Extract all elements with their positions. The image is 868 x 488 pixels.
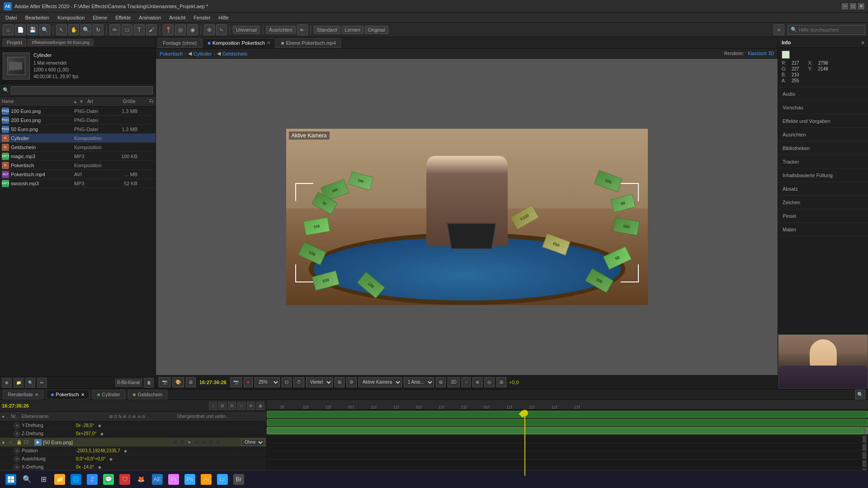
layer-solo[interactable]: ○ [9,440,16,445]
edge-btn[interactable]: 🌐 [69,472,83,487]
position-icon[interactable]: ◎ [14,448,20,454]
track-row-2[interactable] [267,418,868,426]
explorer-btn[interactable]: 📁 [52,472,67,487]
whatsapp-btn[interactable]: 💬 [101,472,116,487]
show-channel-btn[interactable]: 🎨 [172,377,184,387]
quality-select[interactable]: Viertel Halb Voll [306,377,333,387]
sort-asc-icon[interactable]: ▲ [73,99,77,104]
toggle-btn[interactable]: ⚙ [346,377,357,387]
menu-bearbeiten[interactable]: Bearbeiten [22,14,53,21]
zoom-select[interactable]: 25% 50% 100% [255,377,280,387]
overlay-btn[interactable]: ◎ [484,377,495,387]
pinsel-panel-item[interactable]: Pinsel [778,209,868,223]
keyframe-icon[interactable]: ◎ [14,422,20,429]
grid-btn[interactable]: ⊞ [186,377,196,387]
search-btn-footer[interactable]: 🔍 [25,378,35,388]
playhead-marker[interactable] [522,410,528,416]
minimize-button[interactable]: ─ [842,3,848,9]
viewport-time[interactable]: 16:27:36:26 [198,380,228,385]
menu-ebene[interactable]: Ebene [89,14,111,21]
keyframe-btn[interactable]: ◆ [122,447,129,455]
keyframe-btn[interactable]: ◆ [96,422,103,429]
file-item-geldschein[interactable]: K Geldschein Komposition [0,143,156,152]
composition-btn[interactable]: ⊕ [472,377,482,387]
track-row-y-drehung-sub[interactable] [267,460,868,468]
firefox-btn[interactable]: 🦊 [134,472,148,487]
edit-btn[interactable]: ✏ [37,378,47,388]
help-search-input[interactable] [799,27,862,33]
pokertisch-tl-close[interactable]: ✕ [81,392,85,397]
sw-3[interactable]: fx [186,439,193,446]
zoom-tool[interactable]: 🔍 [80,24,91,35]
keyframe-icon[interactable]: ◎ [14,431,20,437]
maximize-button[interactable]: □ [850,3,856,9]
menu-effekte[interactable]: Effekte [112,14,134,21]
prop-value[interactable]: 0x -14,0° [76,465,94,469]
align-panel-item[interactable]: Ausrichten [778,128,868,141]
bc-arrow-left2[interactable]: ◀ [217,51,221,56]
track-row-1[interactable] [267,410,868,418]
antivirus-btn[interactable]: 🛡 [118,472,132,487]
text-tool[interactable]: T [134,24,145,35]
start-btn[interactable] [4,472,18,487]
file-item-100euro[interactable]: PNG 100 Euro.png PNG-Datei 1,3 MB [0,107,156,116]
file-item-pokertisch[interactable]: K Pokertisch Komposition [0,161,156,170]
tl-icon-1[interactable]: ↕ [209,402,217,410]
prop-value[interactable]: 0,0°+0,0°+0,0° [76,456,105,461]
sw-4[interactable] [193,439,200,446]
track-row-ausrichtung[interactable] [267,443,868,451]
tab-ebene[interactable]: ■ Ebene Pokertisch.mp4 [276,38,341,48]
prop-position[interactable]: ◎ Position -2003,5,19248,2335,7 ◆ [0,447,266,455]
select-tool[interactable]: ↖ [56,24,67,35]
menu-hilfe[interactable]: Hilfe [215,14,232,21]
track-row-x-drehung[interactable] [267,451,868,460]
pokertisch-timeline-tab[interactable]: ■ Pokertisch ✕ [46,389,90,399]
blend-mode-select[interactable]: Ohne [241,439,264,446]
path-btn[interactable]: ⤷ [216,24,227,35]
dot-red[interactable]: ● [244,377,253,387]
prop-value[interactable]: -2003,5,19248,2335,7 [76,448,120,453]
stereo-btn[interactable]: ⊞ [436,377,446,387]
pen-tool[interactable]: ✏ [109,24,120,35]
pin-tool[interactable]: 📍 [163,24,174,35]
menu-fenster[interactable]: Fenster [190,14,214,21]
menu-animation[interactable]: Animation [135,14,165,21]
track-tool[interactable]: ◉ [187,24,198,35]
malen-panel-item[interactable]: Malen [778,223,868,236]
geldschein-tl-tab[interactable]: ■ Geldschein [128,389,168,399]
ausrichtung-icon[interactable]: ◎ [14,456,20,462]
tl-icon-6[interactable]: ◉ [256,402,264,410]
project-search-input[interactable] [11,86,153,94]
lightroom-btn[interactable]: Lr [215,472,230,487]
search-taskbar-btn[interactable]: 🔍 [20,472,34,487]
bc-arrow-left[interactable]: ◀ [188,51,192,56]
prop-value[interactable]: 0x+297,0° [76,431,96,436]
layer-lock[interactable]: 🔒 [16,440,24,445]
bc-pokertisch[interactable]: Pokertisch [160,51,183,56]
premiere-btn[interactable]: Pr [166,472,181,487]
preview-panel-item[interactable]: Vorschau [778,101,868,114]
delete-btn[interactable]: 🗑 [144,378,154,388]
cylinder-tl-tab[interactable]: ■ Cylinder [92,389,125,399]
prop-ausrichtung[interactable]: ◎ Ausrichtung 0,0°+0,0°+0,0° ◆ [0,455,266,463]
bc-geldschein[interactable]: Geldschein [222,51,247,56]
time-icon[interactable]: ⏱ [293,377,304,387]
keyframe-btn[interactable]: ◆ [98,430,105,437]
tl-icon-2[interactable]: ⊞ [218,402,226,410]
brush-tool[interactable]: 🖌 [146,24,157,35]
8bit-label[interactable]: 8-Bit-Kanal [115,379,142,387]
renderliste-close[interactable]: ✕ [35,392,38,397]
workspace-standard[interactable]: Standard [314,26,340,34]
fit-btn[interactable]: ⊡ [282,377,292,387]
content-fill-panel-item[interactable]: Inhaltsbasierte Füllung [778,169,868,182]
viewport[interactable]: 200 100 50 100 100 100 100 100 50 100 50… [156,59,778,375]
keyframe-btn[interactable]: ◆ [107,455,114,463]
rotate-tool[interactable]: ↻ [93,24,104,35]
layer-eye[interactable]: ● [2,440,9,445]
file-item-swoosh-mp3[interactable]: MP3 swoosh.mp3 MP3 52 KB [0,179,156,188]
menu-komposition[interactable]: Komposition [54,14,89,21]
renderer-mode[interactable]: Klassisch 3D [748,51,774,56]
prop-value[interactable]: 0x -28,0° [76,423,94,428]
timeline-current-time[interactable]: 16:27:36:26 [2,403,42,408]
track-row-layer-12[interactable] [267,426,868,435]
